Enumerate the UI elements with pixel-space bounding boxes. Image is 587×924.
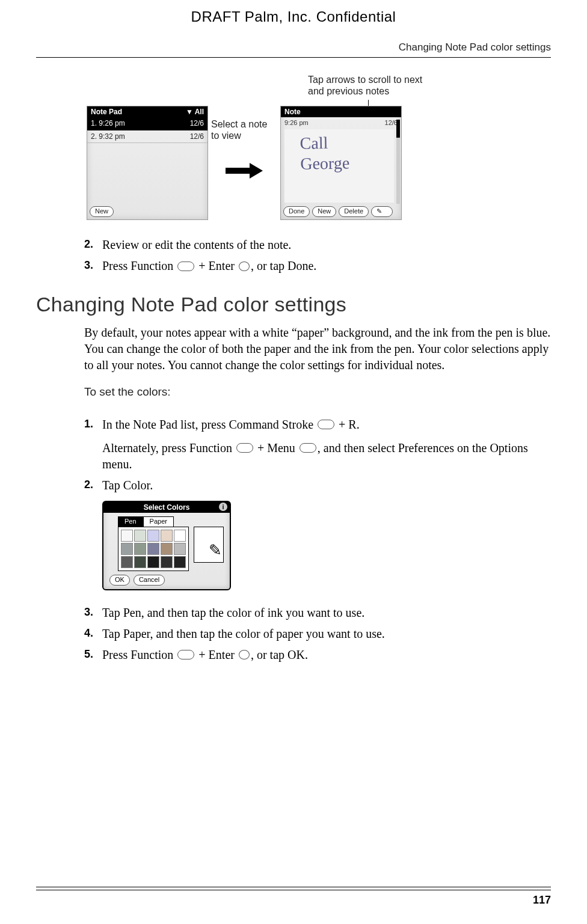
figure-row: Tap arrows to scroll to next and previou… xyxy=(36,106,551,220)
color-swatch[interactable] xyxy=(161,530,173,542)
list-row[interactable]: 1. 9:26 pm 12/6 xyxy=(87,117,207,130)
step-item: 2. Review or edit the contents of the no… xyxy=(84,237,551,253)
color-swatch[interactable] xyxy=(134,530,146,542)
function-key-icon xyxy=(236,443,253,453)
function-key-icon xyxy=(177,650,194,659)
step-item: 2. Tap Color. xyxy=(84,477,551,494)
info-icon[interactable]: i xyxy=(219,503,227,511)
handwriting-line: George xyxy=(300,153,349,173)
color-swatch[interactable] xyxy=(147,556,159,568)
color-swatch[interactable] xyxy=(134,556,146,568)
step-item: 5. Press Function + Enter , or tap OK. xyxy=(84,647,551,663)
step-text: Tap Color. xyxy=(102,477,551,494)
nav-next-icon[interactable]: ▶ xyxy=(348,108,352,117)
color-swatch[interactable] xyxy=(134,543,146,555)
tab-pen[interactable]: Pen xyxy=(118,516,143,527)
color-swatch[interactable] xyxy=(161,543,173,555)
step-text: Tap Pen, and then tap the color of ink y… xyxy=(102,605,551,621)
callout-top: Tap arrows to scroll to next and previou… xyxy=(308,75,440,97)
running-head: Changing Note Pad color settings xyxy=(36,41,551,58)
color-swatch[interactable] xyxy=(121,543,133,555)
section-body: By default, your notes appear with a whi… xyxy=(84,325,551,373)
step-text: Review or edit the contents of the note. xyxy=(102,237,551,253)
color-swatch[interactable] xyxy=(174,543,186,555)
step-item: 4. Tap Paper, and then tap the color of … xyxy=(84,626,551,642)
done-button[interactable]: Done xyxy=(283,206,310,217)
enter-key-icon xyxy=(239,650,250,659)
step-number: 1. xyxy=(84,417,102,473)
step-text: Tap Paper, and then tap the color of pap… xyxy=(102,626,551,642)
handwriting-line: Call xyxy=(300,133,328,153)
draft-header: DRAFT Palm, Inc. Confidential xyxy=(36,7,551,26)
step-number: 2. xyxy=(84,477,102,494)
step-item: 1. In the Note Pad list, press Command S… xyxy=(84,417,551,473)
notepad-view-screen: Note ◀ 1 of 2 ▶ Unfiled 9:26 pm 12/6 Cal… xyxy=(280,106,402,220)
note-date: 12/6 xyxy=(385,118,398,127)
step-text: Press Function + Enter , or tap OK. xyxy=(102,647,551,663)
color-swatch[interactable] xyxy=(174,556,186,568)
page-footer: 117 xyxy=(36,887,551,907)
cancel-button[interactable]: Cancel xyxy=(134,575,165,586)
step-number: 3. xyxy=(84,258,102,274)
nav-counter: 1 of 2 xyxy=(328,108,346,117)
color-swatch[interactable] xyxy=(121,530,133,542)
arrow-right-icon xyxy=(226,163,263,179)
list-title: Note Pad xyxy=(91,107,122,117)
category-dropdown[interactable]: Unfiled xyxy=(373,107,398,117)
menu-key-icon xyxy=(300,443,316,453)
step-number: 5. xyxy=(84,647,102,663)
list-row[interactable]: 2. 9:32 pm 12/6 xyxy=(87,130,207,143)
nav-prev-icon[interactable]: ◀ xyxy=(321,108,326,117)
note-time: 9:26 pm xyxy=(284,118,309,127)
list-filter[interactable]: ▼ All xyxy=(186,107,204,117)
delete-button[interactable]: Delete xyxy=(339,206,369,217)
page-number: 117 xyxy=(36,893,551,907)
tab-paper[interactable]: Paper xyxy=(143,516,174,527)
procedure-subhead: To set the colors: xyxy=(84,384,551,400)
scrollbar[interactable] xyxy=(396,120,400,204)
pen-icon[interactable]: ✎ xyxy=(371,206,393,217)
command-stroke-icon xyxy=(318,420,334,429)
callout-select-note: Select a note to view xyxy=(211,119,277,141)
step-text: Press Function + Enter , or tap Done. xyxy=(102,258,551,274)
notepad-list-screen: Note Pad ▼ All 1. 9:26 pm 12/6 2. 9:32 p… xyxy=(87,106,208,220)
function-key-icon xyxy=(177,262,194,271)
step-number: 2. xyxy=(84,237,102,253)
step-item: 3. Press Function + Enter , or tap Done. xyxy=(84,258,551,274)
ok-button[interactable]: OK xyxy=(109,575,130,586)
color-swatch[interactable] xyxy=(174,530,186,542)
color-swatch[interactable] xyxy=(121,556,133,568)
dialog-title: Select Colors xyxy=(144,503,190,512)
note-nav: ◀ 1 of 2 ▶ xyxy=(321,108,353,117)
new-button[interactable]: New xyxy=(90,206,114,217)
step-text: In the Note Pad list, press Command Stro… xyxy=(102,417,551,473)
step-number: 4. xyxy=(84,626,102,642)
enter-key-icon xyxy=(239,262,250,271)
note-title: Note xyxy=(284,107,301,117)
color-swatch[interactable] xyxy=(161,556,173,568)
note-canvas[interactable]: Call George xyxy=(284,129,394,203)
header-section-label: Changing Note Pad color settings xyxy=(36,41,551,55)
new-button[interactable]: New xyxy=(312,206,336,217)
color-swatch[interactable] xyxy=(147,530,159,542)
step-number: 3. xyxy=(84,605,102,621)
color-swatches xyxy=(118,527,189,571)
preview-pane: ✎ xyxy=(194,527,224,563)
step-item: 3. Tap Pen, and then tap the color of in… xyxy=(84,605,551,621)
section-heading: Changing Note Pad color settings xyxy=(36,291,551,319)
color-swatch[interactable] xyxy=(147,543,159,555)
select-colors-dialog: Select Colors i Pen Paper ✎ OK Cancel xyxy=(102,501,231,590)
